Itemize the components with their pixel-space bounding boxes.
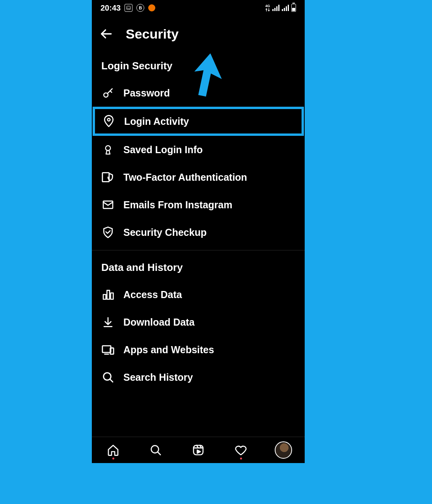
mail-icon [101,198,115,211]
nav-home[interactable] [104,441,122,459]
search-icon [149,444,162,456]
notification-dot [112,458,114,460]
battery-icon [291,4,296,12]
phone-frame: 20:43 B 4G Security Login Securit [92,0,305,463]
notification-dot [240,458,242,460]
bar-chart-icon [101,288,115,301]
menu-item-access-data[interactable]: Access Data [92,281,305,308]
svg-line-15 [158,452,160,455]
status-left: 20:43 B [101,4,155,13]
menu-label: Access Data [123,289,182,300]
nav-reels[interactable] [190,441,207,459]
section-data-history-title: Data and History [92,250,305,281]
reels-icon [192,444,205,456]
download-icon [101,315,115,329]
menu-label: Saved Login Info [123,144,203,156]
menu-label: Apps and Websites [123,344,214,356]
menu-label: Download Data [123,317,195,328]
svg-marker-17 [197,450,200,453]
menu-item-two-factor[interactable]: Two-Factor Authentication [92,163,305,191]
svg-rect-9 [111,293,114,299]
data-arrows-icon [265,8,270,12]
svg-point-3 [108,119,110,121]
menu-item-search-history[interactable]: Search History [92,363,305,391]
svg-rect-7 [103,295,106,299]
key-icon [101,86,115,100]
menu-item-download-data[interactable]: Download Data [92,308,305,336]
menu-item-login-activity[interactable]: Login Activity [95,109,302,133]
menu-item-emails[interactable]: Emails From Instagram [92,191,305,219]
bottom-nav [92,437,305,463]
keyhole-icon [101,143,115,156]
status-right: 4G [265,4,296,12]
arrow-left-icon [99,27,113,41]
heart-icon [235,444,247,456]
signal-icon [272,5,279,11]
search-icon [101,371,115,384]
menu-item-security-checkup[interactable]: Security Checkup [92,219,305,246]
devices-icon [101,343,115,356]
page-header: Security [92,16,305,49]
svg-rect-8 [107,290,110,299]
status-time: 20:43 [101,4,121,13]
nav-profile[interactable] [275,441,292,459]
profile-avatar [275,441,292,459]
back-button[interactable] [98,26,114,42]
shield-lock-icon [101,170,115,184]
svg-point-4 [106,146,111,151]
network-indicator: 4G [265,4,270,12]
home-icon [107,444,119,456]
badge-b-icon: B [136,4,144,12]
location-pin-icon [102,115,115,128]
svg-rect-10 [102,346,111,352]
menu-label: Security Checkup [123,227,207,238]
menu-label: Search History [123,372,193,383]
menu-label: Login Activity [124,116,189,127]
shield-check-icon [101,226,115,239]
settings-content: Login Security Password Login Activity S… [92,49,305,437]
svg-rect-11 [110,348,114,354]
section-login-security-title: Login Security [92,49,305,79]
menu-item-apps-websites[interactable]: Apps and Websites [92,336,305,363]
notification-dot-icon [148,4,155,11]
network-label: 4G [265,4,270,8]
page-title: Security [126,26,179,42]
menu-item-saved-login-info[interactable]: Saved Login Info [92,136,305,163]
svg-line-13 [110,379,113,382]
menu-label: Password [123,87,170,99]
nav-search[interactable] [147,441,164,459]
svg-rect-0 [127,6,130,10]
highlight-login-activity: Login Activity [93,107,304,136]
picture-icon [125,4,132,12]
menu-item-password[interactable]: Password [92,79,305,107]
status-bar: 20:43 B 4G [92,0,305,16]
menu-label: Two-Factor Authentication [123,172,247,183]
signal-icon-2 [282,5,289,11]
nav-activity[interactable] [232,441,250,459]
menu-label: Emails From Instagram [123,199,232,211]
